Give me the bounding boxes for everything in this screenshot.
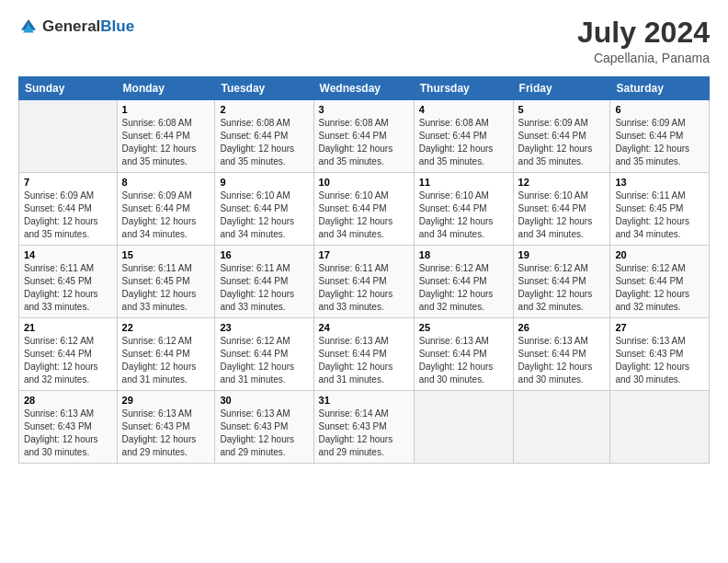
cell-w5-d3: 30Sunrise: 6:13 AMSunset: 6:43 PMDayligh…: [215, 391, 313, 464]
week-row-2: 7Sunrise: 6:09 AMSunset: 6:44 PMDaylight…: [19, 173, 710, 246]
day-number: 1: [122, 104, 210, 115]
day-number: 28: [24, 395, 112, 406]
day-number: 18: [419, 249, 508, 260]
day-number: 8: [122, 177, 210, 188]
header-row: Sunday Monday Tuesday Wednesday Thursday…: [19, 77, 710, 100]
day-info: Sunrise: 6:13 AMSunset: 6:44 PMDaylight:…: [419, 335, 508, 386]
cell-w1-d1: [19, 100, 118, 173]
day-info: Sunrise: 6:09 AMSunset: 6:44 PMDaylight:…: [615, 117, 704, 168]
day-info: Sunrise: 6:10 AMSunset: 6:44 PMDaylight:…: [319, 190, 409, 241]
cell-w4-d7: 27Sunrise: 6:13 AMSunset: 6:43 PMDayligh…: [610, 318, 710, 391]
week-row-3: 14Sunrise: 6:11 AMSunset: 6:45 PMDayligh…: [19, 246, 710, 318]
day-info: Sunrise: 6:13 AMSunset: 6:43 PMDaylight:…: [615, 335, 704, 386]
logo-icon: [18, 17, 39, 37]
cell-w4-d3: 23Sunrise: 6:12 AMSunset: 6:44 PMDayligh…: [215, 318, 313, 391]
day-number: 31: [319, 395, 409, 406]
subtitle: Capellania, Panama: [577, 51, 710, 65]
day-info: Sunrise: 6:11 AMSunset: 6:45 PMDaylight:…: [122, 262, 210, 314]
logo-general: General: [42, 17, 100, 35]
day-number: 27: [615, 322, 704, 333]
day-info: Sunrise: 6:11 AMSunset: 6:45 PMDaylight:…: [24, 262, 112, 314]
day-number: 24: [319, 322, 409, 333]
header-friday: Friday: [513, 77, 610, 100]
day-number: 13: [615, 177, 704, 188]
day-info: Sunrise: 6:10 AMSunset: 6:44 PMDaylight:…: [419, 190, 508, 241]
cell-w2-d5: 11Sunrise: 6:10 AMSunset: 6:44 PMDayligh…: [414, 173, 513, 246]
cell-w3-d7: 20Sunrise: 6:12 AMSunset: 6:44 PMDayligh…: [610, 246, 710, 318]
header: GeneralBlue July 2024 Capellania, Panama: [18, 17, 710, 65]
cell-w4-d4: 24Sunrise: 6:13 AMSunset: 6:44 PMDayligh…: [313, 318, 414, 391]
day-number: 25: [419, 322, 508, 333]
day-info: Sunrise: 6:09 AMSunset: 6:44 PMDaylight:…: [518, 117, 606, 168]
day-info: Sunrise: 6:09 AMSunset: 6:44 PMDaylight:…: [122, 190, 210, 241]
day-number: 5: [518, 104, 606, 115]
calendar-table: Sunday Monday Tuesday Wednesday Thursday…: [18, 76, 710, 464]
day-number: 9: [220, 177, 308, 188]
cell-w1-d2: 1Sunrise: 6:08 AMSunset: 6:44 PMDaylight…: [117, 100, 215, 173]
cell-w2-d3: 9Sunrise: 6:10 AMSunset: 6:44 PMDaylight…: [215, 173, 313, 246]
header-monday: Monday: [117, 77, 215, 100]
cell-w5-d6: [513, 391, 610, 464]
cell-w4-d5: 25Sunrise: 6:13 AMSunset: 6:44 PMDayligh…: [414, 318, 513, 391]
header-wednesday: Wednesday: [313, 77, 414, 100]
cell-w4-d6: 26Sunrise: 6:13 AMSunset: 6:44 PMDayligh…: [513, 318, 610, 391]
day-number: 16: [220, 249, 308, 260]
day-info: Sunrise: 6:13 AMSunset: 6:44 PMDaylight:…: [518, 335, 606, 386]
day-info: Sunrise: 6:14 AMSunset: 6:43 PMDaylight:…: [319, 408, 409, 459]
cell-w5-d5: [414, 391, 513, 464]
cell-w5-d7: [610, 391, 710, 464]
day-number: 10: [319, 177, 409, 188]
day-number: 15: [122, 249, 210, 260]
cell-w2-d1: 7Sunrise: 6:09 AMSunset: 6:44 PMDaylight…: [19, 173, 118, 246]
day-info: Sunrise: 6:11 AMSunset: 6:44 PMDaylight:…: [319, 262, 409, 314]
day-info: Sunrise: 6:12 AMSunset: 6:44 PMDaylight:…: [518, 262, 606, 314]
day-number: 12: [518, 177, 606, 188]
header-tuesday: Tuesday: [215, 77, 313, 100]
cell-w2-d6: 12Sunrise: 6:10 AMSunset: 6:44 PMDayligh…: [513, 173, 610, 246]
day-info: Sunrise: 6:13 AMSunset: 6:44 PMDaylight:…: [319, 335, 409, 386]
cell-w1-d3: 2Sunrise: 6:08 AMSunset: 6:44 PMDaylight…: [215, 100, 313, 173]
cell-w2-d4: 10Sunrise: 6:10 AMSunset: 6:44 PMDayligh…: [313, 173, 414, 246]
day-info: Sunrise: 6:08 AMSunset: 6:44 PMDaylight:…: [122, 117, 210, 168]
day-info: Sunrise: 6:11 AMSunset: 6:45 PMDaylight:…: [615, 190, 704, 241]
day-info: Sunrise: 6:13 AMSunset: 6:43 PMDaylight:…: [122, 408, 210, 459]
logo-text: GeneralBlue: [42, 17, 134, 36]
cell-w3-d5: 18Sunrise: 6:12 AMSunset: 6:44 PMDayligh…: [414, 246, 513, 318]
day-info: Sunrise: 6:12 AMSunset: 6:44 PMDaylight:…: [220, 335, 308, 386]
day-number: 20: [615, 249, 704, 260]
day-info: Sunrise: 6:12 AMSunset: 6:44 PMDaylight:…: [24, 335, 112, 386]
day-info: Sunrise: 6:12 AMSunset: 6:44 PMDaylight:…: [122, 335, 210, 386]
day-info: Sunrise: 6:13 AMSunset: 6:43 PMDaylight:…: [24, 408, 112, 459]
cell-w3-d3: 16Sunrise: 6:11 AMSunset: 6:44 PMDayligh…: [215, 246, 313, 318]
day-number: 23: [220, 322, 308, 333]
day-info: Sunrise: 6:12 AMSunset: 6:44 PMDaylight:…: [615, 262, 704, 314]
day-info: Sunrise: 6:11 AMSunset: 6:44 PMDaylight:…: [220, 262, 308, 314]
day-number: 19: [518, 249, 606, 260]
week-row-4: 21Sunrise: 6:12 AMSunset: 6:44 PMDayligh…: [19, 318, 710, 391]
day-number: 3: [319, 104, 409, 115]
logo: GeneralBlue: [18, 17, 134, 37]
cell-w4-d2: 22Sunrise: 6:12 AMSunset: 6:44 PMDayligh…: [117, 318, 215, 391]
cell-w2-d2: 8Sunrise: 6:09 AMSunset: 6:44 PMDaylight…: [117, 173, 215, 246]
cell-w1-d5: 4Sunrise: 6:08 AMSunset: 6:44 PMDaylight…: [414, 100, 513, 173]
day-number: 4: [419, 104, 508, 115]
day-number: 6: [615, 104, 704, 115]
logo-blue: Blue: [100, 17, 134, 35]
cell-w3-d6: 19Sunrise: 6:12 AMSunset: 6:44 PMDayligh…: [513, 246, 610, 318]
day-number: 30: [220, 395, 308, 406]
day-info: Sunrise: 6:08 AMSunset: 6:44 PMDaylight:…: [220, 117, 308, 168]
cell-w1-d4: 3Sunrise: 6:08 AMSunset: 6:44 PMDaylight…: [313, 100, 414, 173]
cell-w2-d7: 13Sunrise: 6:11 AMSunset: 6:45 PMDayligh…: [610, 173, 710, 246]
day-number: 22: [122, 322, 210, 333]
page: GeneralBlue July 2024 Capellania, Panama…: [0, 0, 728, 563]
cell-w5-d1: 28Sunrise: 6:13 AMSunset: 6:43 PMDayligh…: [19, 391, 118, 464]
day-info: Sunrise: 6:13 AMSunset: 6:43 PMDaylight:…: [220, 408, 308, 459]
day-number: 17: [319, 249, 409, 260]
cell-w5-d4: 31Sunrise: 6:14 AMSunset: 6:43 PMDayligh…: [313, 391, 414, 464]
day-number: 26: [518, 322, 606, 333]
day-info: Sunrise: 6:08 AMSunset: 6:44 PMDaylight:…: [419, 117, 508, 168]
header-thursday: Thursday: [414, 77, 513, 100]
day-info: Sunrise: 6:09 AMSunset: 6:44 PMDaylight:…: [24, 190, 112, 241]
cell-w5-d2: 29Sunrise: 6:13 AMSunset: 6:43 PMDayligh…: [117, 391, 215, 464]
week-row-5: 28Sunrise: 6:13 AMSunset: 6:43 PMDayligh…: [19, 391, 710, 464]
